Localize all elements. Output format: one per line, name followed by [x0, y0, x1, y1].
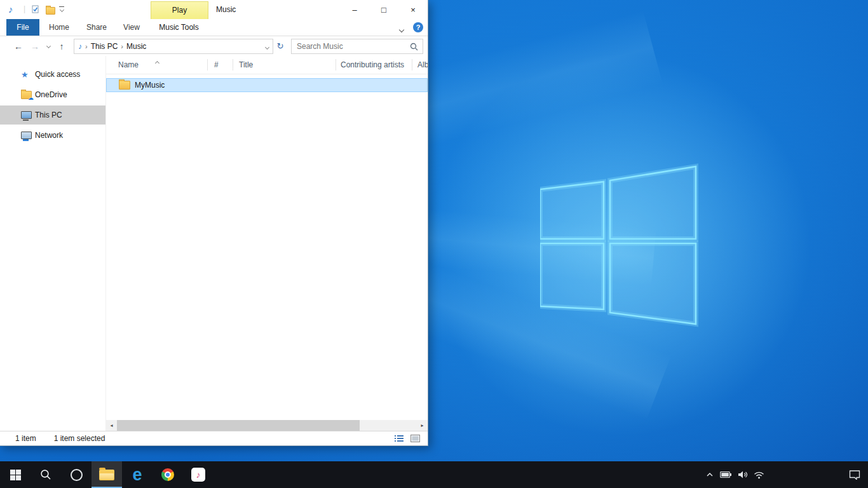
large-icons-view-button[interactable]: [409, 433, 421, 444]
up-button[interactable]: [53, 41, 70, 51]
search-input[interactable]: [292, 39, 411, 53]
search-icon: [40, 469, 51, 480]
scroll-left-arrow-icon[interactable]: [106, 420, 117, 431]
taskbar-search-button[interactable]: [31, 461, 61, 488]
qat-properties-icon[interactable]: [32, 5, 39, 13]
back-button[interactable]: [10, 41, 27, 51]
file-rows: MyMusic: [106, 78, 428, 92]
scroll-right-arrow-icon[interactable]: [417, 420, 428, 431]
maximize-button[interactable]: □: [369, 0, 398, 19]
item-count: 1 item: [15, 434, 36, 443]
sidebar-item-network[interactable]: Network: [0, 126, 105, 145]
status-bar: 1 item 1 item selected: [0, 431, 428, 445]
music-tools-play-tab[interactable]: Play: [151, 1, 208, 19]
show-hidden-icons-chevron-icon[interactable]: [705, 471, 714, 478]
column-header-album[interactable]: Alb: [417, 60, 428, 69]
file-explorer-folder-icon: [99, 470, 114, 480]
edge-browser-icon: [132, 466, 142, 484]
caption-buttons: – □ ×: [340, 0, 428, 19]
action-center-button[interactable]: [849, 461, 860, 488]
quick-access-star-icon: [21, 70, 29, 79]
sidebar-item-label: This PC: [35, 111, 62, 119]
expand-ribbon-chevron-icon[interactable]: [400, 25, 403, 34]
scrollbar-thumb[interactable]: [117, 420, 360, 431]
battery-icon[interactable]: [720, 471, 732, 478]
ribbon-tab-file[interactable]: File: [6, 19, 39, 36]
search-icon: [410, 43, 418, 51]
help-button[interactable]: ?: [413, 22, 423, 32]
sidebar-item-onedrive[interactable]: OneDrive: [0, 85, 105, 104]
forward-button[interactable]: [27, 41, 43, 51]
recent-locations-chevron-icon[interactable]: [43, 44, 53, 48]
horizontal-scrollbar[interactable]: [106, 420, 428, 431]
breadcrumb-chevron-icon: ›: [85, 43, 88, 50]
qat-customize-chevron-icon[interactable]: [59, 6, 64, 12]
details-view-icon: [395, 435, 403, 442]
ribbon-tab-row: File Home Share View Music Tools ?: [0, 19, 428, 36]
navigation-bar: › This PC › Music: [0, 36, 428, 56]
network-icon: [21, 132, 32, 139]
this-pc-icon: [21, 111, 32, 119]
taskbar-file-explorer-button[interactable]: [92, 461, 122, 488]
start-button[interactable]: [0, 461, 31, 488]
app-music-note-icon[interactable]: [8, 4, 13, 15]
selection-count: 1 item selected: [54, 434, 105, 443]
ribbon-tab-home[interactable]: Home: [42, 19, 76, 36]
windows-start-icon: [10, 470, 21, 480]
titlebar-separator: [24, 4, 25, 13]
taskbar: [0, 461, 868, 488]
taskbar-edge-button[interactable]: [122, 461, 153, 488]
details-view-button[interactable]: [393, 433, 405, 444]
file-row-mymusic[interactable]: MyMusic: [106, 78, 428, 92]
sidebar-item-quick-access[interactable]: Quick access: [0, 65, 105, 84]
system-tray: [705, 461, 764, 488]
onedrive-folder-icon: [21, 91, 32, 99]
window-body: Quick access OneDrive This PC Network Na…: [0, 56, 428, 431]
taskbar-chrome-button[interactable]: [153, 461, 183, 488]
navigation-pane: Quick access OneDrive This PC Network: [0, 56, 105, 431]
network-wifi-icon[interactable]: [754, 471, 764, 479]
column-separator[interactable]: [233, 59, 233, 71]
desktop-root: { "titlebar": { "window_title": "Music",…: [0, 0, 868, 488]
column-header-row: Name # Title Contributing artists Alb: [106, 56, 428, 74]
file-explorer-window: Play Music – □ × File Home Share View Mu…: [0, 0, 428, 446]
taskbar-music-app-button[interactable]: [183, 461, 214, 488]
window-title: Music: [216, 0, 236, 19]
column-header-name[interactable]: Name: [118, 60, 139, 69]
chrome-browser-icon: [161, 468, 174, 481]
close-button[interactable]: ×: [398, 0, 428, 19]
sidebar-item-label: Network: [35, 131, 63, 140]
column-separator[interactable]: [207, 59, 208, 71]
cortana-circle-icon: [71, 469, 83, 481]
minimize-button[interactable]: –: [340, 0, 369, 19]
music-app-icon: [191, 468, 205, 482]
column-header-number[interactable]: #: [214, 60, 219, 69]
ribbon-contextual-group-label[interactable]: Music Tools: [151, 19, 207, 36]
action-center-icon: [849, 470, 860, 480]
column-separator[interactable]: [412, 59, 412, 71]
music-folder-icon: [78, 42, 82, 51]
folder-icon: [119, 81, 130, 90]
file-name: MyMusic: [135, 81, 165, 90]
sidebar-item-label: OneDrive: [35, 90, 67, 99]
sidebar-item-label: Quick access: [35, 70, 80, 79]
address-bar[interactable]: › This PC › Music: [74, 39, 273, 54]
volume-icon[interactable]: [738, 470, 748, 479]
large-icons-view-icon: [410, 435, 420, 442]
address-dropdown-chevron-icon[interactable]: [266, 42, 269, 51]
column-header-contributing-artists[interactable]: Contributing artists: [341, 60, 404, 69]
breadcrumb-chevron-icon: ›: [121, 43, 123, 50]
column-header-title[interactable]: Title: [239, 60, 253, 69]
qat-new-folder-icon[interactable]: [46, 7, 55, 15]
file-list-pane: Name # Title Contributing artists Alb My…: [105, 56, 428, 431]
ribbon-tab-view[interactable]: View: [117, 19, 146, 36]
breadcrumb-this-pc[interactable]: This PC: [91, 42, 118, 51]
refresh-icon[interactable]: [275, 41, 286, 51]
view-toggle-buttons: [393, 433, 421, 444]
ribbon-tab-share[interactable]: Share: [79, 19, 114, 36]
breadcrumb-music[interactable]: Music: [126, 42, 146, 51]
column-separator[interactable]: [336, 59, 336, 71]
cortana-button[interactable]: [61, 461, 92, 488]
search-box[interactable]: [291, 39, 423, 54]
sidebar-item-this-pc[interactable]: This PC: [0, 105, 105, 125]
